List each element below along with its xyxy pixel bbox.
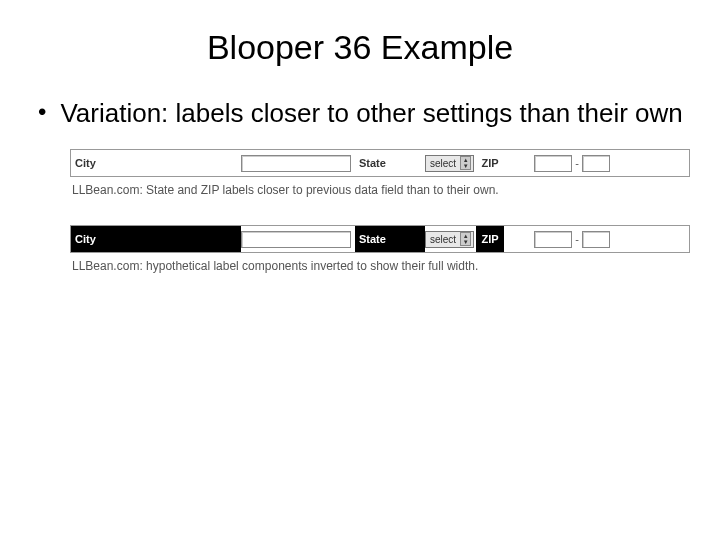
state-label: State [355,150,425,176]
zip-dash: - [572,233,582,245]
select-value: select [430,158,456,169]
bullet-item: • Variation: labels closer to other sett… [30,97,690,129]
form-example-inverted: City State select ▲▼ ZIP - [70,225,690,253]
city-input[interactable] [241,155,351,172]
caption-1: LLBean.com: State and ZIP labels closer … [70,183,670,197]
bullet-text: Variation: labels closer to other settin… [60,97,682,129]
state-select[interactable]: select ▲▼ [425,155,474,172]
form-example-normal: City State select ▲▼ ZIP - [70,149,690,177]
slide-title: Blooper 36 Example [30,28,690,67]
zip-input-1[interactable] [534,155,572,172]
zip-dash: - [572,157,582,169]
updown-icon: ▲▼ [460,232,471,246]
bullet-marker: • [38,97,46,127]
zip-input-1[interactable] [534,231,572,248]
city-input[interactable] [241,231,351,248]
example-area: City State select ▲▼ ZIP - LLBean.com: S… [30,149,690,273]
zip-input-2[interactable] [582,155,610,172]
select-value: select [430,234,456,245]
zip-input-2[interactable] [582,231,610,248]
zip-label-inverted: ZIP [476,226,504,252]
state-select[interactable]: select ▲▼ [425,231,474,248]
city-label-inverted: City [71,226,241,252]
updown-icon: ▲▼ [460,156,471,170]
zip-label: ZIP [476,150,504,176]
state-label-inverted: State [355,226,425,252]
city-label: City [71,150,241,176]
caption-2: LLBean.com: hypothetical label component… [70,259,670,273]
